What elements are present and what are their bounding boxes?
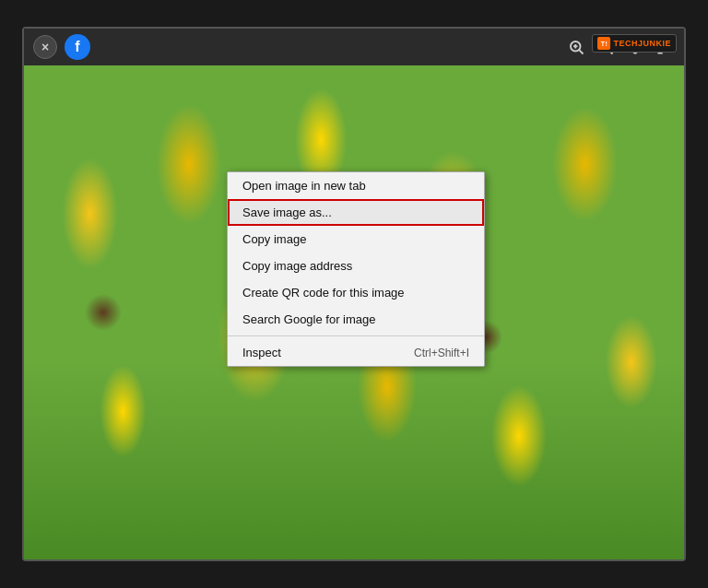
menu-item-open-image-new-tab[interactable]: Open image in new tab (228, 172, 484, 199)
close-icon: × (41, 40, 49, 54)
tj-logo: T! (597, 37, 610, 50)
tj-logo-text: T! (601, 41, 608, 47)
menu-separator (228, 335, 484, 336)
window-frame: × f T! TECHJUNKIE (22, 27, 686, 561)
menu-item-open-image-new-tab-label: Open image in new tab (242, 179, 366, 193)
menu-item-create-qr-code-label: Create QR code for this image (242, 286, 405, 300)
facebook-icon: f (65, 34, 90, 60)
titlebar: × f T! TECHJUNKIE (24, 29, 684, 65)
zoom-in-icon[interactable] (566, 37, 586, 57)
techjunkie-badge: T! TECHJUNKIE (592, 34, 677, 53)
menu-item-copy-image-address[interactable]: Copy image address (228, 253, 484, 279)
menu-item-save-image-as-label: Save image as... (242, 206, 332, 219)
svg-line-1 (579, 50, 583, 53)
menu-item-copy-image-label: Copy image (242, 232, 306, 246)
context-menu: Open image in new tab Save image as... C… (227, 171, 485, 367)
image-container: Open image in new tab Save image as... C… (24, 65, 684, 559)
close-button[interactable]: × (33, 35, 57, 59)
menu-item-create-qr-code[interactable]: Create QR code for this image (228, 279, 484, 306)
menu-item-search-google[interactable]: Search Google for image (228, 306, 484, 333)
fb-letter: f (75, 39, 79, 55)
menu-item-search-google-label: Search Google for image (242, 312, 376, 326)
menu-item-inspect[interactable]: Inspect Ctrl+Shift+I (228, 339, 484, 366)
menu-item-inspect-shortcut: Ctrl+Shift+I (414, 347, 469, 359)
menu-item-copy-image[interactable]: Copy image (228, 226, 484, 253)
brand-text: TECHJUNKIE (613, 39, 671, 48)
menu-item-save-image-as[interactable]: Save image as... (228, 199, 484, 226)
menu-item-inspect-label: Inspect (242, 346, 281, 359)
menu-item-copy-image-address-label: Copy image address (242, 259, 352, 273)
titlebar-left: × f (33, 34, 90, 60)
